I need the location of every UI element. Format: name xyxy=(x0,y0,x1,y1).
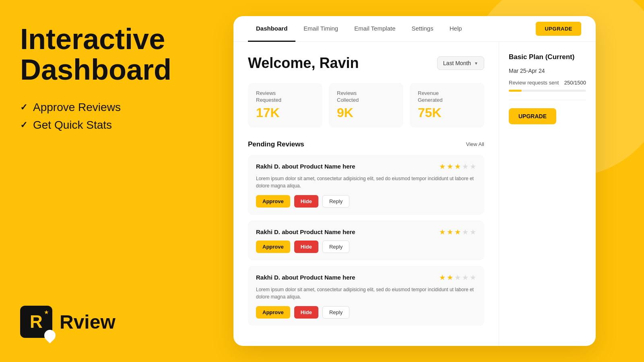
plan-sidebar: Basic Plan (Current) Mar 25-Apr 24 Revie… xyxy=(499,42,596,346)
review-header-3: Rakhi D. about Product Name here ★ ★ ★ ★… xyxy=(256,273,476,282)
stat-card-revenue-generated: RevenueGenerated 75K xyxy=(410,83,484,128)
stats-row: ReviewsRequested 17K ReviewsCollected 9K… xyxy=(248,83,484,128)
star-1: ★ xyxy=(439,162,446,171)
feature-list: ✓ Approve Reviews ✓ Get Quick Stats xyxy=(20,101,173,132)
stat-value-reviews-collected: 9K xyxy=(337,105,359,120)
review-card-1: Rakhi D. about Product Name here ★ ★ ★ ★… xyxy=(248,155,484,215)
reply-button-3[interactable]: Reply xyxy=(322,306,349,319)
welcome-header: Welcome, Ravin Last Month ▼ xyxy=(248,55,484,72)
review-author-1: Rakhi D. about Product Name here xyxy=(256,163,355,170)
hide-button-2[interactable]: Hide xyxy=(294,241,318,253)
star-2: ★ xyxy=(447,162,453,171)
review-text-1: Lorem ipsum dolor sit amet, consectetur … xyxy=(256,175,476,189)
review-header-1: Rakhi D. about Product Name here ★ ★ ★ ★… xyxy=(256,162,476,171)
hero-title: Interactive Dashboard xyxy=(20,24,173,85)
tab-settings[interactable]: Settings xyxy=(404,16,442,42)
tab-help[interactable]: Help xyxy=(442,16,470,42)
stars-3: ★ ★ ★ ★ ★ xyxy=(439,273,476,282)
star-4: ★ xyxy=(462,273,469,282)
review-text-3: Lorem ipsum dolor sit amet, consectetur … xyxy=(256,286,476,300)
tab-email-timing[interactable]: Email Timing xyxy=(295,16,346,42)
plan-label-requests: Review requests sent xyxy=(509,80,559,86)
approve-button-1[interactable]: Approve xyxy=(256,195,290,208)
chat-bubble-icon xyxy=(42,327,58,343)
hide-button-3[interactable]: Hide xyxy=(294,306,318,319)
upgrade-button-sidebar[interactable]: UPGRADE xyxy=(509,108,556,124)
stat-value-reviews-requested: 17K xyxy=(256,105,281,120)
stat-card-reviews-requested: ReviewsRequested 17K xyxy=(248,83,322,128)
content-area: Welcome, Ravin Last Month ▼ ReviewsReque… xyxy=(233,42,596,346)
brand: ★ R Rview xyxy=(20,306,173,338)
star-4: ★ xyxy=(462,162,469,171)
review-author-2: Rakhi D. about Product Name here xyxy=(256,228,355,235)
star-2: ★ xyxy=(447,273,453,282)
review-card-3: Rakhi D. about Product Name here ★ ★ ★ ★… xyxy=(248,266,484,326)
section-header-pending: Pending Reviews View All xyxy=(248,140,484,148)
nav-tabs: Dashboard Email Timing Email Template Se… xyxy=(248,16,536,42)
review-author-3: Rakhi D. about Product Name here xyxy=(256,274,355,281)
plan-value-requests: 250/1500 xyxy=(564,80,586,86)
star-3: ★ xyxy=(454,162,461,171)
star-1: ★ xyxy=(439,228,446,237)
stars-2: ★ ★ ★ ★ ★ xyxy=(439,228,476,237)
tab-email-template[interactable]: Email Template xyxy=(346,16,403,42)
reply-button-2[interactable]: Reply xyxy=(322,241,349,253)
plan-row-requests: Review requests sent 250/1500 xyxy=(509,80,586,86)
review-header-2: Rakhi D. about Product Name here ★ ★ ★ ★… xyxy=(256,228,476,237)
star-3: ★ xyxy=(454,273,461,282)
stat-value-revenue-generated: 75K xyxy=(418,105,442,120)
main-content: Welcome, Ravin Last Month ▼ ReviewsReque… xyxy=(233,42,499,346)
review-actions-1: Approve Hide Reply xyxy=(256,195,476,208)
star-5: ★ xyxy=(470,162,476,171)
dashboard-card: Dashboard Email Timing Email Template Se… xyxy=(233,16,596,346)
review-actions-2: Approve Hide Reply xyxy=(256,241,476,253)
plan-title: Basic Plan (Current) xyxy=(509,53,586,61)
check-icon: ✓ xyxy=(20,120,27,130)
tab-dashboard[interactable]: Dashboard xyxy=(248,16,295,42)
star-4: ★ xyxy=(462,228,469,237)
nav-bar: Dashboard Email Timing Email Template Se… xyxy=(233,16,596,42)
section-title-pending: Pending Reviews xyxy=(248,140,304,148)
check-icon: ✓ xyxy=(20,102,27,113)
upgrade-button-nav[interactable]: UPGRADE xyxy=(536,22,581,36)
feature-item-1: ✓ Approve Reviews xyxy=(20,101,173,114)
stat-label-reviews-requested: ReviewsRequested xyxy=(256,90,281,104)
star-icon: ★ xyxy=(44,309,49,315)
plan-date: Mar 25-Apr 24 xyxy=(509,68,586,74)
plan-section: Basic Plan (Current) Mar 25-Apr 24 Revie… xyxy=(509,53,586,124)
hide-button-1[interactable]: Hide xyxy=(294,195,318,208)
date-filter-dropdown[interactable]: Last Month ▼ xyxy=(437,56,484,70)
right-panel: Dashboard Email Timing Email Template Se… xyxy=(193,0,644,362)
chevron-down-icon: ▼ xyxy=(474,61,478,66)
brand-logo: ★ R xyxy=(20,306,52,338)
star-5: ★ xyxy=(470,273,476,282)
review-actions-3: Approve Hide Reply xyxy=(256,306,476,319)
progress-bar-bg xyxy=(509,90,586,92)
stars-1: ★ ★ ★ ★ ★ xyxy=(439,162,476,171)
stat-card-reviews-collected: ReviewsCollected 9K xyxy=(329,83,403,128)
approve-button-2[interactable]: Approve xyxy=(256,241,290,253)
reply-button-1[interactable]: Reply xyxy=(322,195,349,208)
welcome-title: Welcome, Ravin xyxy=(248,55,359,72)
progress-bar-fill xyxy=(509,90,522,92)
star-3: ★ xyxy=(454,228,461,237)
left-panel: Interactive Dashboard ✓ Approve Reviews … xyxy=(0,0,193,362)
brand-name: Rview xyxy=(60,311,116,333)
star-2: ★ xyxy=(447,228,453,237)
feature-item-2: ✓ Get Quick Stats xyxy=(20,119,173,132)
view-all-link[interactable]: View All xyxy=(466,141,484,147)
sidebar-divider xyxy=(509,100,586,100)
star-1: ★ xyxy=(439,273,446,282)
review-card-2: Rakhi D. about Product Name here ★ ★ ★ ★… xyxy=(248,220,484,260)
stat-label-reviews-collected: ReviewsCollected xyxy=(337,90,359,104)
star-5: ★ xyxy=(470,228,476,237)
stat-label-revenue-generated: RevenueGenerated xyxy=(418,90,442,104)
approve-button-3[interactable]: Approve xyxy=(256,306,290,319)
